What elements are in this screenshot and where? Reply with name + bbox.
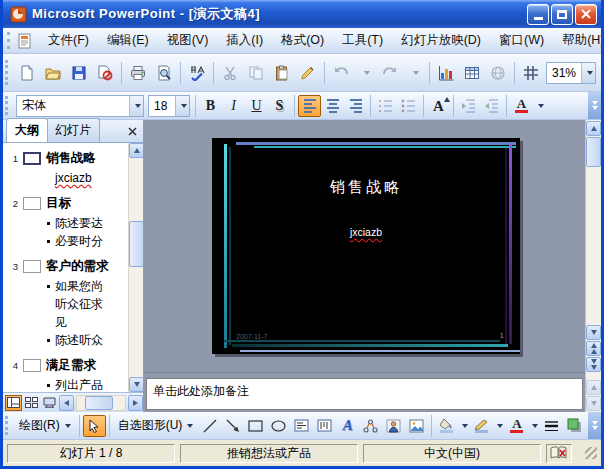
outline-sub-text[interactable]: 如果您尚: [55, 279, 103, 293]
tab-slides[interactable]: 幻灯片: [46, 118, 100, 142]
scroll-down-button[interactable]: [129, 377, 143, 392]
slide-subtitle[interactable]: jxciazb: [212, 226, 520, 238]
shadow-style-button[interactable]: [563, 415, 586, 437]
toolbar-grip[interactable]: [5, 60, 12, 86]
align-left-button[interactable]: [298, 95, 321, 117]
permission-button[interactable]: [92, 60, 118, 86]
fill-color-button[interactable]: [435, 415, 458, 437]
menu-help[interactable]: 帮助(H): [553, 28, 604, 53]
print-preview-button[interactable]: [151, 60, 177, 86]
text-shadow-button[interactable]: S: [268, 95, 291, 117]
undo-button[interactable]: [328, 60, 354, 86]
outline-title-text[interactable]: 满足需求: [46, 357, 96, 374]
normal-view-button[interactable]: [5, 395, 22, 411]
slide-title[interactable]: 销售战略: [212, 178, 520, 197]
line-color-button[interactable]: [470, 415, 493, 437]
slide[interactable]: 销售战略 jxciazb 2007-11-7 1: [212, 138, 520, 354]
font-name-dropdown-button[interactable]: [129, 96, 143, 116]
insert-clipart-button[interactable]: [382, 415, 405, 437]
outline-vertical-scrollbar[interactable]: [128, 143, 143, 392]
slide-thumbnail-icon[interactable]: [23, 260, 41, 273]
underline-button[interactable]: U: [245, 95, 268, 117]
slide-thumbnail-icon[interactable]: [23, 359, 41, 372]
scroll-up-button[interactable]: [129, 143, 143, 158]
arrow-button[interactable]: [221, 415, 244, 437]
scroll-thumb[interactable]: [129, 221, 143, 267]
slide-sorter-view-button[interactable]: [23, 395, 40, 411]
text-box-button[interactable]: [290, 415, 313, 437]
outline-bullet-line[interactable]: 陈述要达: [3, 214, 128, 232]
oval-button[interactable]: [267, 415, 290, 437]
new-button[interactable]: [14, 60, 40, 86]
insert-wordart-button[interactable]: A: [336, 415, 359, 437]
zoom-dropdown-button[interactable]: [581, 63, 595, 83]
outline-text-line[interactable]: 见: [3, 313, 128, 331]
align-right-button[interactable]: [344, 95, 367, 117]
menu-window[interactable]: 窗口(W): [490, 28, 553, 53]
rectangle-button[interactable]: [244, 415, 267, 437]
scroll-left-button[interactable]: [59, 395, 74, 411]
font-color-button-drawing[interactable]: A: [505, 415, 528, 437]
format-painter-button[interactable]: [295, 60, 321, 86]
print-button[interactable]: [125, 60, 151, 86]
undo-dropdown[interactable]: [354, 62, 377, 84]
outline-sub-text[interactable]: 陈述听众: [55, 333, 103, 347]
zoom-combobox[interactable]: 31%: [546, 62, 596, 84]
scroll-thumb[interactable]: [586, 137, 601, 167]
toolbar-grip[interactable]: [5, 96, 12, 115]
outline-horizontal-scrollbar[interactable]: [76, 395, 126, 411]
scroll-down-button[interactable]: [586, 325, 601, 340]
redo-dropdown[interactable]: [403, 62, 426, 84]
scroll-right-button[interactable]: [128, 395, 143, 411]
slide-thumbnail-icon[interactable]: [23, 197, 41, 210]
menu-insert[interactable]: 插入(I): [217, 28, 272, 53]
numbering-button[interactable]: [374, 95, 397, 117]
outline-bullet-line[interactable]: 如果您尚: [3, 277, 128, 295]
vertical-text-box-button[interactable]: [313, 415, 336, 437]
menu-slideshow[interactable]: 幻灯片放映(D): [392, 28, 490, 53]
minimize-button[interactable]: [527, 4, 549, 25]
outline-slide-title[interactable]: 1 销售战略: [3, 147, 128, 169]
align-center-button[interactable]: [321, 95, 344, 117]
line-color-dropdown[interactable]: [493, 415, 505, 437]
font-color-dropdown[interactable]: [533, 95, 546, 117]
menu-file[interactable]: 文件(F): [39, 28, 98, 53]
outline-slide-title[interactable]: 3 客户的需求: [3, 255, 128, 277]
copy-button[interactable]: [243, 60, 269, 86]
line-button[interactable]: [198, 415, 221, 437]
outline-bullet-line[interactable]: 列出产品: [3, 376, 128, 392]
increase-indent-button[interactable]: [480, 95, 503, 117]
scroll-up-button[interactable]: [586, 121, 601, 136]
outline-sub-text[interactable]: jxciazb: [55, 171, 92, 185]
open-button[interactable]: [40, 60, 66, 86]
outline-title-text[interactable]: 销售战略: [46, 150, 96, 167]
font-name-combobox[interactable]: 宋体: [16, 95, 144, 117]
menu-tools[interactable]: 工具(T): [333, 28, 392, 53]
redo-button[interactable]: [377, 60, 403, 86]
outline-sub-text[interactable]: 必要时分: [55, 234, 103, 248]
font-size-dropdown-button[interactable]: [175, 96, 189, 116]
spelling-button[interactable]: [184, 60, 210, 86]
italic-button[interactable]: I: [222, 95, 245, 117]
slide-vertical-scrollbar[interactable]: [585, 120, 601, 412]
bullets-button[interactable]: [397, 95, 420, 117]
outline-slide-title[interactable]: 2 目标: [3, 192, 128, 214]
notes-scroll-up-button[interactable]: [586, 380, 601, 395]
fill-color-dropdown[interactable]: [458, 415, 470, 437]
outline-bullet-line[interactable]: 陈述听众: [3, 331, 128, 349]
paste-button[interactable]: [269, 60, 295, 86]
menu-edit[interactable]: 编辑(E): [98, 28, 158, 53]
resize-grip[interactable]: [585, 447, 597, 459]
menu-format[interactable]: 格式(O): [272, 28, 333, 53]
slide-thumbnail-icon[interactable]: [23, 152, 41, 165]
toolbar-grip[interactable]: [5, 416, 12, 435]
insert-diagram-button[interactable]: [359, 415, 382, 437]
outline-bullet-line[interactable]: 必要时分: [3, 232, 128, 250]
select-objects-button[interactable]: [83, 415, 106, 437]
close-pane-button[interactable]: [125, 124, 140, 139]
menu-view[interactable]: 视图(V): [158, 28, 218, 53]
draw-menu-button[interactable]: 绘图(R): [14, 414, 76, 437]
outline-title-text[interactable]: 客户的需求: [46, 258, 109, 275]
font-color-dropdown-drawing[interactable]: [528, 415, 540, 437]
insert-chart-button[interactable]: [433, 60, 459, 86]
